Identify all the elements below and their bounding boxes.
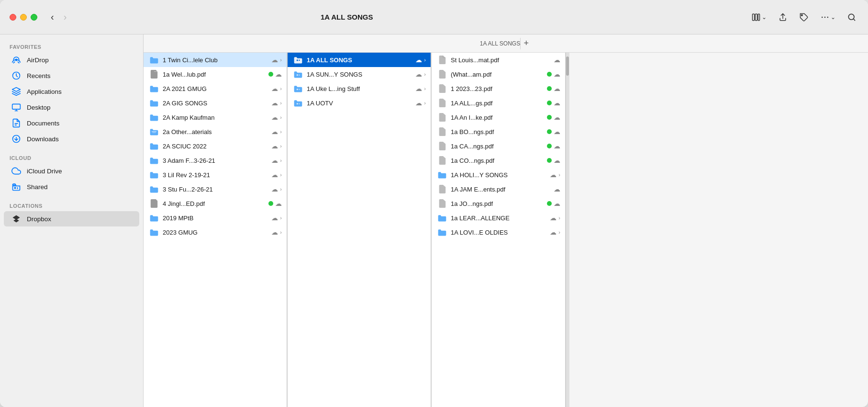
- forward-button[interactable]: ›: [60, 10, 71, 24]
- svg-point-22: [299, 103, 300, 104]
- item-name: 1A LOVI...E OLDIES: [451, 229, 546, 236]
- back-button[interactable]: ‹: [47, 10, 58, 24]
- sidebar-item-dropbox[interactable]: Dropbox: [4, 211, 139, 226]
- list-item[interactable]: 1a Wel...lub.pdf ☁: [144, 67, 287, 81]
- item-actions: ☁ ›: [271, 171, 282, 179]
- search-icon: [847, 12, 857, 22]
- view-toggle-button[interactable]: ⌄: [749, 11, 768, 24]
- tag-button[interactable]: [797, 11, 811, 24]
- cloud-icon: ☁: [271, 228, 278, 236]
- cloud-icon: ☁: [415, 85, 422, 92]
- list-item[interactable]: 1A LOVI...E OLDIES ☁ ›: [432, 225, 565, 239]
- svg-point-21: [297, 103, 298, 104]
- folder-people-icon: [293, 84, 303, 93]
- sidebar-item-applications[interactable]: Applications: [4, 84, 139, 99]
- sidebar-item-shared[interactable]: Shared: [4, 179, 139, 194]
- item-actions: ☁: [547, 157, 560, 164]
- list-item[interactable]: 3 Lil Rev 2-19-21 ☁ ›: [144, 168, 287, 182]
- list-item[interactable]: 3 Stu Fu...2-26-21 ☁ ›: [144, 182, 287, 196]
- list-item[interactable]: (What...am.pdf ☁: [432, 67, 565, 81]
- list-item[interactable]: 1 2023...23.pdf ☁: [432, 81, 565, 96]
- list-item[interactable]: 1a BO...ngs.pdf ☁: [432, 124, 565, 139]
- share-button[interactable]: [776, 11, 790, 24]
- folder-icon: [437, 170, 447, 180]
- svg-point-7: [848, 14, 854, 20]
- list-item[interactable]: 2A 2021 GMUG ☁ ›: [144, 81, 287, 96]
- scrollbar[interactable]: [566, 53, 569, 407]
- sidebar-item-desktop[interactable]: Desktop: [4, 100, 139, 115]
- cloud-icon: ☁: [271, 185, 278, 193]
- locations-label: Locations: [0, 199, 143, 211]
- path-bar: 1A ALL SONGS +: [144, 34, 868, 53]
- chevron-right-icon: ›: [280, 143, 282, 149]
- item-name: 1a CA...ngs.pdf: [451, 143, 543, 150]
- svg-point-19: [297, 89, 298, 90]
- folder-icon: [437, 227, 447, 237]
- item-name: 2019 MPtB: [163, 215, 267, 222]
- sync-dot: [268, 72, 273, 77]
- list-item[interactable]: 1A SUN...Y SONGS ☁ ›: [288, 67, 431, 81]
- list-item[interactable]: 1a CO...ngs.pdf ☁: [432, 153, 565, 168]
- scroll-thumb[interactable]: [566, 57, 569, 76]
- item-actions: ☁ ›: [271, 228, 282, 236]
- list-item[interactable]: 2A GIG SONGS ☁ ›: [144, 96, 287, 110]
- list-item[interactable]: 4 Jingl...ED.pdf ☁: [144, 196, 287, 211]
- sidebar-item-airdrop[interactable]: AirDrop: [4, 52, 139, 68]
- folder-icon: [149, 156, 159, 165]
- cloud-icon: ☁: [271, 157, 278, 164]
- folder-people-icon: [149, 127, 159, 136]
- columns-icon: [751, 12, 761, 22]
- item-name: (What...am.pdf: [451, 71, 543, 78]
- sync-dot: [547, 201, 552, 206]
- sidebar-item-downloads[interactable]: Downloads: [4, 131, 139, 147]
- cloud-icon: ☁: [554, 185, 560, 193]
- item-name: 3 Lil Rev 2-19-21: [163, 171, 267, 179]
- list-item[interactable]: 1A ALL...gs.pdf ☁: [432, 96, 565, 110]
- list-item[interactable]: 2019 MPtB ☁ ›: [144, 211, 287, 225]
- list-item[interactable]: 1A An I...ke.pdf ☁: [432, 110, 565, 124]
- item-actions: ☁: [547, 142, 560, 150]
- list-item[interactable]: 1A JAM E...ents.pdf ☁: [432, 182, 565, 196]
- zoom-button[interactable]: [31, 14, 37, 21]
- titlebar: ‹ › 1A ALL SONGS ⌄: [0, 0, 868, 34]
- traffic-lights: [10, 14, 37, 21]
- item-name: 2A GIG SONGS: [163, 100, 267, 107]
- chevron-right-icon: ›: [558, 172, 560, 178]
- item-actions: ☁ ›: [415, 56, 426, 64]
- chevron-right-icon: ›: [280, 158, 282, 163]
- close-button[interactable]: [10, 14, 16, 21]
- chevron-right-icon: ›: [280, 86, 282, 91]
- more-button[interactable]: ⌄: [818, 11, 837, 24]
- list-item[interactable]: 2023 GMUG ☁ ›: [144, 225, 287, 239]
- sidebar-item-documents[interactable]: Documents: [4, 115, 139, 131]
- list-item[interactable]: 1a CA...ngs.pdf ☁: [432, 139, 565, 153]
- chevron-right-icon: ›: [280, 229, 282, 235]
- list-item[interactable]: St Louis...mat.pdf ☁: [432, 53, 565, 67]
- svg-point-5: [824, 16, 826, 18]
- downloads-icon: [11, 134, 21, 144]
- list-item[interactable]: 1a LEAR...ALLENGE ☁ ›: [432, 211, 565, 225]
- list-item[interactable]: 1a JO...ngs.pdf ☁: [432, 196, 565, 211]
- list-item[interactable]: 1A Uke L...ing Stuff ☁ ›: [288, 81, 431, 96]
- cloud-icon: ☁: [554, 142, 560, 150]
- list-item[interactable]: 1A ALL SONGS ☁ ›: [288, 53, 431, 67]
- cloud-icon: ☁: [415, 70, 422, 78]
- list-item[interactable]: 2A SCIUC 2022 ☁ ›: [144, 139, 287, 153]
- list-item[interactable]: 3 Adam F...3-26-21 ☁ ›: [144, 153, 287, 168]
- list-item[interactable]: 2A Kamp Kaufman ☁ ›: [144, 110, 287, 124]
- pdf-icon: [437, 184, 447, 194]
- list-item[interactable]: 1A HOLI...Y SONGS ☁ ›: [432, 168, 565, 182]
- shared-label: Shared: [27, 183, 48, 191]
- search-button[interactable]: [845, 11, 858, 24]
- add-column-button[interactable]: +: [520, 38, 532, 49]
- list-item[interactable]: 2a Other...aterials ☁ ›: [144, 124, 287, 139]
- minimize-button[interactable]: [20, 14, 27, 21]
- list-item[interactable]: 1A UOTV ☁ ›: [288, 96, 431, 110]
- item-actions: ☁: [554, 185, 560, 193]
- folder-icon: [149, 227, 159, 237]
- chevron-right-icon: ›: [424, 86, 426, 91]
- col1-header[interactable]: 1 Twin Ci...lele Club ☁ ›: [144, 53, 287, 67]
- folder-people-icon: [293, 98, 303, 108]
- sidebar-item-recents[interactable]: Recents: [4, 68, 139, 83]
- sidebar-item-icloud-drive[interactable]: iCloud Drive: [4, 163, 139, 179]
